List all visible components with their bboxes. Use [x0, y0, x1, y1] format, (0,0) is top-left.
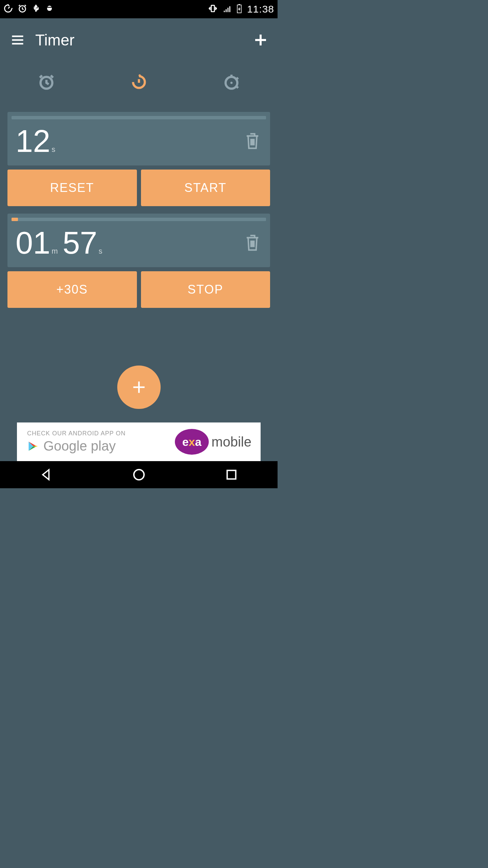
tab-bar [0, 62, 278, 102]
ad-banner[interactable]: CHECK OUR ANDROID APP ON Google play exa… [17, 422, 261, 461]
timer-sec-0: 12 [16, 125, 50, 157]
tab-stopwatch[interactable] [185, 62, 278, 102]
ad-gp-label: Google play [43, 438, 116, 454]
plus-icon [252, 32, 269, 48]
nav-back[interactable] [0, 461, 93, 488]
progress-bar-1 [12, 218, 266, 221]
page-title: Timer [35, 31, 250, 49]
recent-icon [225, 468, 238, 481]
svg-rect-1 [211, 5, 214, 12]
stopwatch-icon [223, 73, 240, 91]
button-row-1: +30S STOP [7, 271, 270, 308]
add-timer-fab[interactable] [117, 366, 161, 409]
plus-icon [130, 379, 147, 396]
status-right: 11:38 [208, 3, 274, 15]
reset-button[interactable]: RESET [7, 170, 137, 206]
timer-unit-s-0: s [52, 145, 55, 154]
trash-icon [244, 131, 261, 151]
timer-min-1: 01 [16, 227, 50, 258]
status-left [3, 4, 54, 15]
exa-mobile-text: mobile [211, 434, 251, 450]
ad-left: CHECK OUR ANDROID APP ON Google play [17, 430, 166, 454]
tab-timer[interactable] [93, 62, 185, 102]
vibrate-icon [208, 4, 218, 15]
clock-text: 11:38 [247, 3, 274, 15]
delete-timer-0[interactable] [243, 131, 262, 151]
delete-timer-1[interactable] [243, 233, 262, 253]
stop-button[interactable]: STOP [141, 271, 270, 308]
trash-icon [244, 233, 261, 253]
debug-icon [45, 4, 54, 15]
progress-bar-0 [12, 116, 266, 119]
svg-point-7 [230, 82, 232, 84]
progress-fill-1 [12, 218, 18, 221]
svg-point-8 [134, 470, 144, 480]
status-bar: 11:38 [0, 0, 278, 18]
add-button-top[interactable] [250, 32, 271, 48]
tab-alarm[interactable] [0, 62, 93, 102]
countdown-icon [3, 4, 13, 15]
start-button[interactable]: START [141, 170, 270, 206]
timer-sec-1: 57 [63, 227, 97, 258]
usb-icon [32, 4, 40, 15]
hamburger-icon [10, 33, 25, 47]
timer-time-0[interactable]: 12 s [16, 125, 243, 157]
ad-google-play: Google play [27, 438, 166, 454]
app-bar: Timer [0, 18, 278, 62]
exa-logo: exa [175, 429, 209, 455]
alarm-clock-icon [38, 73, 55, 91]
ad-right: exa mobile [166, 429, 261, 455]
home-icon [132, 468, 146, 481]
timer-time-1[interactable]: 01 m 57 s [16, 227, 243, 258]
ad-tagline: CHECK OUR ANDROID APP ON [27, 430, 166, 437]
add-30s-button[interactable]: +30S [7, 271, 137, 308]
menu-button[interactable] [7, 33, 28, 47]
svg-point-5 [138, 74, 141, 77]
alarm-icon [18, 4, 27, 15]
nav-recent[interactable] [185, 461, 278, 488]
battery-charging-icon [236, 4, 242, 15]
svg-rect-3 [239, 4, 240, 5]
nav-home[interactable] [93, 461, 185, 488]
timer-icon [130, 73, 148, 91]
timer-card-0: 12 s [7, 112, 270, 165]
svg-rect-9 [227, 470, 236, 479]
button-row-0: RESET START [7, 170, 270, 206]
play-store-icon [27, 439, 39, 453]
back-icon [39, 467, 54, 482]
timer-unit-s-1: s [99, 247, 102, 256]
system-nav-bar [0, 461, 278, 488]
timer-card-1: 01 m 57 s [7, 214, 270, 267]
timer-unit-m-1: m [52, 247, 58, 256]
signal-icon [223, 4, 231, 14]
